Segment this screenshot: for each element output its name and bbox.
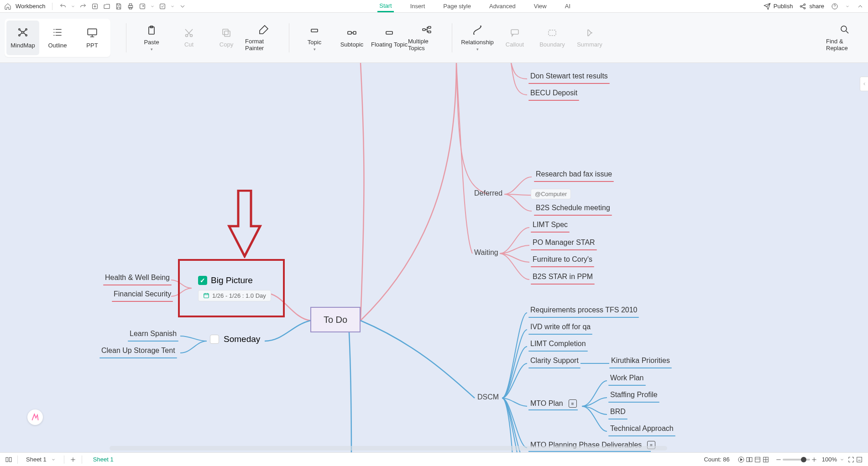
node-becu[interactable]: BECU Deposit [528,88,579,101]
add-sheet-icon[interactable] [69,456,77,464]
big-picture-topic[interactable]: ✓ Big Picture [198,275,253,285]
node-furniture[interactable]: Furniture to Cory's [531,254,594,267]
tab-start[interactable]: Start [377,0,393,12]
node-storage-tent[interactable]: Clean Up Storage Tent [99,346,177,358]
floating-topic-button[interactable]: Floating Topic [371,19,408,57]
node-req-tfs[interactable]: Requirements process TFS 2010 [528,305,639,318]
side-panel-toggle[interactable] [860,77,868,91]
publish-label: Publish [774,3,793,10]
svg-rect-40 [857,457,862,462]
node-clarity[interactable]: Clarity Support [528,356,580,368]
tab-view[interactable]: View [532,1,549,11]
tag-computer[interactable]: @Computer [531,189,571,199]
node-mto-plan[interactable]: MTO Plan≡ [528,399,577,409]
node-don-stewart[interactable]: Don Stewart test results [528,71,610,84]
tab-insert[interactable]: Insert [408,1,427,11]
relationship-button[interactable]: Relationship▾ [459,19,496,57]
print-icon[interactable] [126,2,135,10]
outline-mode-icon[interactable] [753,456,762,464]
svg-point-18 [186,35,188,37]
node-b2s-meeting[interactable]: B2S Schedule meeting [534,203,612,216]
checkbox-empty-icon[interactable] [210,335,219,344]
tab-advanced[interactable]: Advanced [487,1,518,11]
undo-icon[interactable] [59,2,67,10]
new-icon[interactable] [91,2,99,10]
presentation-mode-icon[interactable] [737,456,745,464]
home-icon[interactable] [4,2,12,10]
view-ppt[interactable]: PPT [76,21,109,55]
deferred-label[interactable]: Deferred [474,189,502,197]
read-mode-icon[interactable] [745,456,753,464]
node-work-plan[interactable]: Work Plan [608,373,646,386]
checklist-icon[interactable] [158,2,167,10]
node-research-fax[interactable]: Research bad fax issue [534,169,614,182]
dscm-label[interactable]: DSCM [477,393,499,401]
help-dropdown-icon[interactable] [845,2,850,10]
note-icon[interactable]: ≡ [569,399,577,408]
more-dropdown-icon[interactable] [178,2,187,10]
central-topic[interactable]: To Do [310,307,361,332]
svg-point-10 [22,31,24,33]
waiting-label[interactable]: Waiting [474,249,498,257]
node-kiruthika[interactable]: Kiruthika Priorities [609,356,672,368]
undo-dropdown-icon[interactable] [71,2,75,10]
date-chip[interactable]: 1/26 - 1/26 : 1.0 Day [198,290,271,301]
save-icon[interactable] [115,2,123,10]
node-tech-approach[interactable]: Technical Approach [608,424,675,436]
node-financial[interactable]: Financial Security [112,289,173,302]
count-label: Count: 86 [704,456,729,463]
multiple-topics-button[interactable]: Multiple Topics [408,19,445,57]
boundary-button[interactable]: Boundary [533,19,571,57]
copy-button[interactable]: Copy [208,19,245,57]
checklist-dropdown-icon[interactable] [170,2,175,10]
node-brd[interactable]: BRD [608,407,627,419]
node-limt-spec[interactable]: LIMT Spec [531,220,570,233]
mindmap-canvas[interactable]: To Do ✓ Big Picture 1/26 - 1/26 : 1.0 Da… [0,63,868,452]
paste-button[interactable]: Paste▾ [133,19,170,57]
workbench-label[interactable]: Workbench [16,3,46,10]
subtopic-button[interactable]: Subtopic [333,19,371,57]
svg-rect-15 [88,29,97,35]
sheet-dropdown[interactable]: Sheet 1 [22,456,59,463]
redo-icon[interactable] [79,2,87,10]
node-health[interactable]: Health & Well Being [103,273,172,285]
node-limt-comp[interactable]: LIMT Completion [528,339,588,352]
svg-rect-5 [160,4,165,9]
collapse-ribbon-icon[interactable] [856,2,864,10]
node-b2s-star[interactable]: B2S STAR in PPM [531,272,595,285]
sheets-panel-icon[interactable] [5,456,13,464]
tab-ai[interactable]: AI [563,1,572,11]
zoom-in-icon[interactable] [810,456,818,464]
tab-pagestyle[interactable]: Page style [441,1,473,11]
view-mode-group: MindMap Outline PPT [5,19,110,57]
export-dropdown-icon[interactable] [150,2,155,10]
zoom-slider[interactable] [783,459,810,461]
format-painter-button[interactable]: Format Painter [245,19,282,57]
node-learn-spanish[interactable]: Learn Spanish [128,329,178,342]
arrow-annotation-icon [227,190,262,258]
someday-topic[interactable]: Someday [210,334,260,344]
summary-button[interactable]: Summary [571,19,608,57]
find-replace-button[interactable]: Find & Replace [826,19,863,57]
topic-button[interactable]: Topic▾ [296,19,333,57]
publish-button[interactable]: Publish [763,3,793,10]
view-mindmap[interactable]: MindMap [6,21,39,55]
fullscreen-icon[interactable] [847,456,855,464]
cut-button[interactable]: Cut [170,19,208,57]
export-icon[interactable] [138,2,146,10]
node-po-manager[interactable]: PO Manager STAR [531,238,597,250]
fit-view-icon[interactable] [762,456,770,464]
node-ivd-writeoff[interactable]: IVD write off for qa [528,322,592,335]
horizontal-scrollbar[interactable] [110,446,667,450]
minimize-panel-icon[interactable] [855,456,863,464]
callout-button[interactable]: Callout [496,19,533,57]
zoom-value[interactable]: 100% [822,456,837,463]
open-icon[interactable] [103,2,111,10]
checkbox-checked-icon[interactable]: ✓ [198,276,207,285]
zoom-out-icon[interactable] [774,456,783,464]
help-icon[interactable] [831,2,839,10]
share-button[interactable]: share [799,3,824,10]
view-outline[interactable]: Outline [41,21,74,55]
sheet-tab[interactable]: Sheet 1 [87,454,120,465]
node-staffing[interactable]: Staffing Profile [608,390,659,403]
